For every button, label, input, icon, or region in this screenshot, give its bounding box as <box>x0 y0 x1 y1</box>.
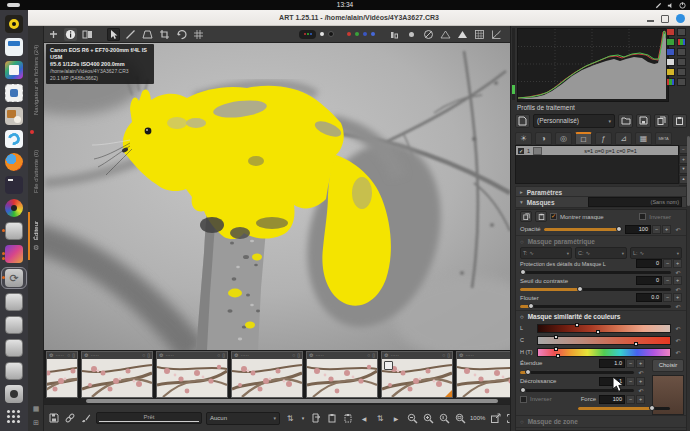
hist-option-button[interactable] <box>677 58 686 66</box>
gear-icon[interactable]: ⚙ <box>384 352 388 359</box>
tab-file-browser[interactable]: Navigateur de fichiers (24) <box>28 32 44 128</box>
reset-icon[interactable]: ↶ <box>674 349 682 356</box>
show-applications-button[interactable] <box>2 407 26 427</box>
perspective-tool-icon[interactable] <box>141 28 154 41</box>
hist-option-button-2[interactable] <box>677 68 686 76</box>
color-label-icon[interactable]: ○ <box>142 352 145 359</box>
black-point-dot[interactable] <box>328 31 334 37</box>
tab-metadata[interactable]: META <box>655 132 672 145</box>
rank-dots[interactable]: ····· <box>465 352 473 359</box>
invert-mask-checkbox[interactable] <box>639 213 646 220</box>
dock-item-photos[interactable] <box>2 60 26 80</box>
tab-queue[interactable]: File d'attente (0) <box>28 138 44 204</box>
dock-item-window-1[interactable] <box>2 221 26 241</box>
reset-icon[interactable]: ↶ <box>674 303 682 310</box>
section-masks[interactable]: ▾ Masques (Sans nom) <box>515 196 687 208</box>
system-tray[interactable] <box>655 1 686 9</box>
pick-color-button[interactable]: Choisir <box>652 359 684 372</box>
hue-curve-dropdown[interactable]: T:∿▾ <box>520 247 572 259</box>
dock-item-window-5[interactable] <box>2 361 26 381</box>
window-titlebar[interactable]: ART 1.25.11 - /home/alain/Vidéos/4Y3A362… <box>28 10 690 26</box>
histogram[interactable] <box>517 28 669 102</box>
reset-icon[interactable]: ↶ <box>674 325 682 332</box>
decrement-button[interactable]: − <box>626 359 635 368</box>
detach-editor-icon[interactable] <box>489 412 501 424</box>
color-similarity-header[interactable]: ○ Masque similarité de couleurs <box>516 310 686 322</box>
previous-image-icon[interactable]: ◀ <box>358 412 370 424</box>
color-label-icon[interactable]: ○ <box>442 352 445 359</box>
hist-mode-button[interactable] <box>677 28 686 36</box>
red-channel-dot[interactable] <box>347 32 351 36</box>
invert-similarity-checkbox[interactable] <box>520 396 527 403</box>
filmstrip-thumbnail[interactable]: ⚙·····○▯ <box>306 351 378 398</box>
hist-option-button-3[interactable] <box>677 78 686 86</box>
blur-value[interactable]: 0.0 <box>636 293 662 302</box>
dock-item-writer[interactable] <box>2 37 26 57</box>
hand-select-tool-icon[interactable] <box>107 28 120 41</box>
color-label-icon[interactable]: ○ <box>217 352 220 359</box>
decrement-button[interactable]: − <box>663 276 672 285</box>
filmstrip-thumbnail[interactable]: ⚙·····○▯ <box>456 351 510 398</box>
opacity-slider[interactable] <box>544 228 622 231</box>
tab-effects[interactable]: ƒ <box>595 132 612 145</box>
filmstrip-thumbnail[interactable]: ⚙·····○▯ <box>156 351 228 398</box>
lightness-curve-dropdown[interactable]: L:∿▾ <box>630 247 682 259</box>
filmstrip-thumbnail[interactable]: ⚙·····○▯ <box>231 351 303 398</box>
tab-local-editing[interactable]: □ <box>575 132 592 145</box>
paste-profile-button[interactable] <box>672 114 687 128</box>
dock-item-art[interactable] <box>2 14 26 34</box>
strength-value[interactable]: 100 <box>599 395 625 404</box>
hist-chroma-toggle[interactable] <box>666 68 675 76</box>
hist-bar-toggle[interactable] <box>666 78 675 86</box>
sort-caret-icon[interactable]: ▾ <box>300 412 306 424</box>
luma-dot[interactable] <box>371 32 375 36</box>
trash-icon[interactable]: ▯ <box>372 352 375 359</box>
mask-name-input[interactable]: (Sans nom) <box>588 197 682 207</box>
increment-button[interactable]: + <box>636 377 645 386</box>
increment-button[interactable]: + <box>673 293 682 302</box>
opacity-value[interactable]: 100 <box>625 225 651 234</box>
gear-icon[interactable]: ⚙ <box>234 352 238 359</box>
reset-icon[interactable]: ↶ <box>637 369 645 376</box>
scrollbar-thumb[interactable] <box>86 399 498 403</box>
gear-icon[interactable]: ⚙ <box>84 352 88 359</box>
zoom-out-icon[interactable] <box>406 412 418 424</box>
rank-dots[interactable]: ····· <box>315 352 323 359</box>
hist-scale-button[interactable] <box>677 48 686 56</box>
gear-icon[interactable]: ⚙ <box>49 352 53 359</box>
increment-button[interactable]: + <box>636 359 645 368</box>
filmstrip-thumbnail[interactable]: ⚙·····○▯ <box>46 351 78 398</box>
filmstrip-thumbnail[interactable]: ⚙·····○▯ <box>81 351 153 398</box>
dock-item-swirl-app[interactable] <box>2 129 26 149</box>
decay-slider[interactable] <box>520 389 634 392</box>
area-mask-header[interactable]: ○ Masque de zone <box>516 415 686 427</box>
color-picker-values[interactable] <box>299 30 316 39</box>
gamut-check-icon[interactable] <box>422 28 435 41</box>
highlight-clip-icon[interactable] <box>456 28 469 41</box>
hist-raw-toggle[interactable] <box>677 38 686 46</box>
dock-item-window-2[interactable] <box>2 292 26 312</box>
reset-icon[interactable]: ↶ <box>674 269 682 276</box>
partial-paste-icon[interactable] <box>342 412 354 424</box>
filter-dropdown[interactable]: Aucun▾ <box>206 412 280 425</box>
trash-icon[interactable]: ▯ <box>447 352 450 359</box>
increment-button[interactable]: + <box>673 276 682 285</box>
dock-item-active-app[interactable]: ⟳ <box>1 267 27 289</box>
gear-icon[interactable]: ⚙ <box>459 352 463 359</box>
hist-green-toggle[interactable] <box>666 38 675 46</box>
brush-mask-header[interactable]: ○ Masque au pinceau <box>516 427 686 431</box>
before-after-icon[interactable] <box>81 28 94 41</box>
dock-item-firefox[interactable] <box>2 152 26 172</box>
clock[interactable]: 13:34 <box>0 0 690 10</box>
link-icon[interactable] <box>64 412 76 424</box>
thumbnails-toggle-icon[interactable]: ▦ <box>33 405 40 413</box>
show-mask-checkbox[interactable]: ✓ <box>550 213 557 220</box>
minimize-button[interactable] <box>647 20 654 22</box>
reset-icon[interactable]: ↶ <box>674 226 682 233</box>
decrement-button[interactable]: − <box>652 225 661 234</box>
straighten-tool-icon[interactable] <box>124 28 137 41</box>
next-image-icon[interactable]: ▶ <box>390 412 402 424</box>
sort-icon[interactable]: ⇅ <box>284 412 296 424</box>
increment-button[interactable]: + <box>636 395 645 404</box>
decrement-button[interactable]: − <box>626 395 635 404</box>
